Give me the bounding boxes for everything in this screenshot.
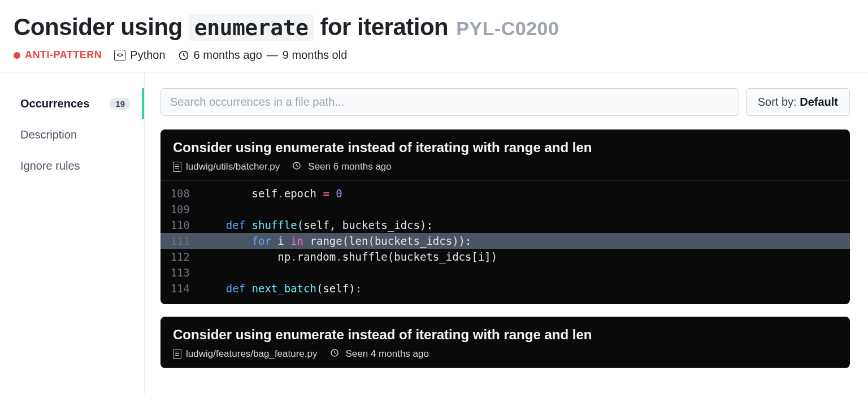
occurrence-header: Consider using enumerate instead of iter… bbox=[160, 129, 850, 181]
line-content: self.epoch = 0 bbox=[200, 185, 850, 201]
line-number: 111 bbox=[160, 233, 200, 249]
search-input[interactable] bbox=[160, 88, 739, 116]
line-number: 109 bbox=[160, 201, 200, 217]
line-number: 114 bbox=[160, 280, 200, 296]
file-path-text: ludwig/features/bag_feature.py bbox=[186, 348, 318, 360]
seen-text: Seen 4 months ago bbox=[346, 348, 429, 360]
code-line: 114 def next_batch(self): bbox=[160, 280, 850, 296]
occurrence-meta: ludwig/features/bag_feature.pySeen 4 mon… bbox=[173, 348, 837, 360]
main-content: Sort by: Default Consider using enumerat… bbox=[145, 72, 868, 394]
code-line: 109 bbox=[160, 201, 850, 217]
code-line: 112 np.random.shuffle(buckets_idcs[i]) bbox=[160, 249, 850, 265]
time-seen: 6 months ago bbox=[194, 49, 262, 62]
code-block: 108 self.epoch = 0109110 def shuffle(sel… bbox=[160, 181, 850, 304]
title-row: Consider using enumerate for iteration P… bbox=[14, 14, 854, 41]
status-dot-icon bbox=[14, 52, 20, 59]
tag-anti-pattern: ANTI-PATTERN bbox=[14, 49, 102, 61]
file-path[interactable]: ludwig/features/bag_feature.py bbox=[173, 348, 318, 360]
code-line: 108 self.epoch = 0 bbox=[160, 185, 850, 201]
language-label: Python bbox=[130, 49, 165, 62]
code-line: 110 def shuffle(self, buckets_idcs): bbox=[160, 217, 850, 233]
language-tag: <> Python bbox=[114, 49, 165, 62]
line-content: np.random.shuffle(buckets_idcs[i]) bbox=[200, 249, 850, 265]
clock-icon bbox=[330, 348, 341, 360]
file-path[interactable]: ludwig/utils/batcher.py bbox=[173, 161, 280, 172]
sidebar: Occurrences 19 Description Ignore rules bbox=[0, 72, 145, 394]
title-post: for iteration bbox=[314, 14, 448, 40]
occurrence-card[interactable]: Consider using enumerate instead of iter… bbox=[160, 317, 850, 368]
occurrence-card[interactable]: Consider using enumerate instead of iter… bbox=[160, 129, 850, 304]
title-code: enumerate bbox=[189, 14, 314, 41]
line-content: for i in range(len(buckets_idcs)): bbox=[200, 233, 850, 249]
occurrence-title: Consider using enumerate instead of iter… bbox=[173, 140, 837, 156]
occurrences-count-badge: 19 bbox=[110, 98, 131, 110]
layout: Occurrences 19 Description Ignore rules … bbox=[0, 72, 868, 394]
tag-label: ANTI-PATTERN bbox=[25, 49, 102, 61]
page-header: Consider using enumerate for iteration P… bbox=[0, 0, 868, 72]
sidebar-item-label: Description bbox=[20, 128, 77, 141]
line-number: 108 bbox=[160, 185, 200, 201]
sidebar-item-ignore-rules[interactable]: Ignore rules bbox=[0, 150, 144, 182]
time-old: 9 months old bbox=[283, 49, 348, 62]
line-content: def shuffle(self, buckets_idcs): bbox=[200, 217, 850, 233]
seen-time: Seen 4 months ago bbox=[330, 348, 429, 360]
code-line: 113 bbox=[160, 265, 850, 280]
occurrence-header: Consider using enumerate instead of iter… bbox=[160, 317, 850, 368]
occurrence-title: Consider using enumerate instead of iter… bbox=[173, 327, 837, 343]
meta-row: ANTI-PATTERN <> Python 6 months ago — 9 … bbox=[14, 49, 854, 62]
line-number: 112 bbox=[160, 249, 200, 265]
clock-icon bbox=[178, 50, 189, 61]
line-content bbox=[200, 265, 850, 280]
code-icon: <> bbox=[114, 50, 125, 61]
line-content: def next_batch(self): bbox=[200, 280, 850, 296]
sidebar-item-label: Ignore rules bbox=[20, 159, 80, 172]
title-pre: Consider using bbox=[14, 14, 189, 40]
occurrence-list: Consider using enumerate instead of iter… bbox=[160, 129, 850, 368]
seen-time: Seen 6 months ago bbox=[292, 161, 391, 172]
line-number: 113 bbox=[160, 265, 200, 280]
line-content bbox=[200, 201, 850, 217]
time-separator: — bbox=[267, 49, 278, 62]
sidebar-item-occurrences[interactable]: Occurrences 19 bbox=[0, 88, 144, 119]
occurrence-meta: ludwig/utils/batcher.pySeen 6 months ago bbox=[173, 161, 837, 172]
code-line: 111 for i in range(len(buckets_idcs)): bbox=[160, 233, 850, 249]
page-title: Consider using enumerate for iteration bbox=[14, 14, 448, 41]
sidebar-item-label: Occurrences bbox=[20, 97, 89, 110]
sort-label: Sort by: bbox=[758, 96, 800, 108]
sort-button[interactable]: Sort by: Default bbox=[746, 88, 850, 116]
sidebar-item-description[interactable]: Description bbox=[0, 119, 144, 150]
seen-text: Seen 6 months ago bbox=[308, 161, 391, 172]
file-icon bbox=[173, 349, 181, 359]
file-icon bbox=[173, 162, 181, 172]
clock-icon bbox=[292, 161, 303, 172]
sort-value: Default bbox=[800, 96, 838, 108]
issue-code: PYL-C0200 bbox=[456, 18, 559, 40]
line-number: 110 bbox=[160, 217, 200, 233]
time-info: 6 months ago — 9 months old bbox=[178, 49, 348, 62]
controls-row: Sort by: Default bbox=[160, 88, 850, 116]
file-path-text: ludwig/utils/batcher.py bbox=[186, 161, 280, 172]
